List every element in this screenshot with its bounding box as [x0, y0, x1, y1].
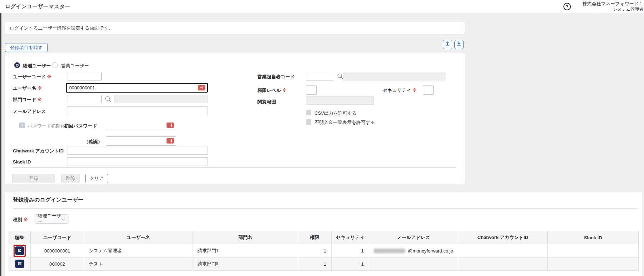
required-mark: ※ [413, 88, 417, 93]
redacted-email-local-part [374, 249, 405, 253]
required-mark: ※ [38, 97, 42, 102]
unknown-deposit-label: 不明入金一覧表示を許可する [315, 119, 375, 126]
col-dept-name: 部門名 [193, 231, 298, 244]
screen-description: ログインするユーザー情報を設定する画面です。 [5, 22, 465, 34]
required-mark: ※ [38, 86, 42, 91]
sales-rep-code-input[interactable] [306, 72, 334, 80]
radio-sales-user[interactable] [52, 62, 58, 68]
edit-button-wrap [15, 259, 25, 269]
sales-rep-code-label: 営業担当者コード [257, 74, 295, 80]
hide-fields-button[interactable]: 登録項目を隠す [5, 43, 48, 52]
clear-button[interactable]: クリア [85, 174, 108, 183]
table-header-row: 編集 ユーザコード ユーザー名 部門名 権限 セキュリティ メールアドレス Ch… [9, 231, 639, 244]
required-mark: ※ [24, 217, 28, 222]
slack-label: Slack ID [13, 159, 31, 165]
title-bar: ログインユーザーマスター ? 株式会社マネーフォワード１ システム管理者 [0, 0, 644, 13]
cell-email: @moneyforward.co.jp [369, 244, 458, 257]
password-init-checkbox[interactable] [19, 123, 25, 128]
register-button[interactable]: 登録 [12, 174, 55, 183]
col-slack: Slack ID [548, 231, 639, 244]
chatwork-label: Chatwork アカウントID [13, 148, 63, 154]
sales-rep-name-readonly-field [343, 72, 446, 80]
initial-password-label: 初回パスワード [64, 123, 97, 129]
security-input[interactable] [423, 85, 434, 95]
company-name: 株式会社マネーフォワード１ [582, 1, 643, 7]
slack-input[interactable] [67, 157, 208, 166]
cell-dept-name: 請求部門Ⅱ [193, 257, 298, 271]
dept-code-input[interactable] [67, 95, 102, 103]
col-security: セキュリティ [332, 231, 369, 244]
type-select[interactable]: 経理ユーザー [35, 214, 68, 224]
col-edit: 編集 [9, 231, 31, 244]
delete-button[interactable]: 削除 [61, 174, 80, 183]
user-role: システム管理者 [582, 7, 643, 12]
col-permission: 権限 [298, 231, 332, 244]
upload-icon [445, 41, 450, 48]
confirm-password-label: （確認） [84, 139, 102, 145]
type-label: 種別※ [13, 217, 28, 223]
col-email: メールアドレス [369, 231, 458, 244]
collapsed-sidebar-strip [0, 13, 1, 276]
dept-code-label: 部門コード※ [13, 97, 42, 103]
page-body: ログインするユーザー情報を設定する画面です。 登録項目を隠す 経理ユーザー 営業… [0, 13, 644, 276]
cell-user-code: 000002 [31, 257, 84, 271]
csv-output-checkbox[interactable] [306, 110, 311, 115]
ime-indicator-icon [167, 138, 174, 144]
cell-email [369, 257, 458, 271]
permission-level-input[interactable] [306, 85, 317, 95]
unknown-deposit-checkbox[interactable] [306, 119, 311, 125]
cell-user-name: テスト [84, 257, 193, 271]
cell-slack [548, 244, 639, 257]
permission-level-label: 権限レベル※ [257, 87, 287, 94]
cell-security: 1 [332, 244, 369, 257]
download-button[interactable] [454, 40, 464, 49]
confirm-password-input[interactable] [106, 136, 176, 146]
radio-accounting-user-label: 経理ユーザー [23, 63, 51, 69]
ime-indicator-icon [167, 123, 174, 128]
email-input[interactable] [67, 106, 208, 115]
registered-users-table: 編集 ユーザコード ユーザー名 部門名 権限 セキュリティ メールアドレス Ch… [9, 231, 639, 271]
edit-row-button[interactable] [15, 246, 24, 255]
page-title: ログインユーザーマスター [5, 3, 70, 10]
user-name-label: ユーザー名※ [13, 85, 42, 92]
dept-name-readonly-field [114, 95, 208, 103]
col-user-name: ユーザー名 [84, 231, 193, 244]
chevron-down-icon [61, 217, 65, 222]
edit-button-highlight [14, 245, 26, 257]
user-code-input[interactable] [67, 72, 102, 80]
cell-slack [548, 257, 639, 271]
user-form-card: 経理ユーザー 営業ユーザー ユーザーコード※ ユーザー名※ 部門コード※ メール… [5, 53, 465, 184]
user-name-input[interactable] [66, 83, 208, 93]
cell-user-name: システム管理者 [84, 244, 193, 257]
section-divider [13, 208, 638, 209]
edit-icon [17, 261, 22, 267]
email-label: メールアドレス [13, 108, 46, 115]
chatwork-input[interactable] [67, 146, 208, 155]
user-code-label: ユーザーコード※ [13, 74, 51, 80]
initial-password-input[interactable] [106, 121, 176, 130]
account-info[interactable]: 株式会社マネーフォワード１ システム管理者 [582, 1, 643, 12]
registered-users-heading: 登録済みのログインユーザー [13, 197, 83, 203]
ime-indicator-icon [198, 85, 205, 90]
registered-users-card: 登録済みのログインユーザー 種別※ 経理ユーザー 編集 ユーザコード ユーザー名… [5, 192, 642, 276]
cell-dept-name: 請求部門1 [193, 244, 298, 257]
help-icon[interactable]: ? [563, 3, 571, 10]
cell-security: 1 [332, 257, 369, 271]
table-row: 000002 テスト 請求部門Ⅱ 1 1 [9, 257, 639, 271]
upload-button[interactable] [443, 40, 452, 49]
radio-accounting-user[interactable] [14, 62, 20, 68]
table-row: 0000000001 システム管理者 請求部門1 1 1 @moneyforwa… [9, 244, 639, 257]
cell-chatwork [458, 257, 548, 271]
security-label: セキュリティ※ [383, 87, 417, 94]
dept-search-icon[interactable] [105, 96, 111, 102]
csv-output-label: CSV出力を許可する [315, 110, 357, 116]
download-icon [456, 41, 461, 48]
edit-icon [17, 248, 22, 254]
password-init-label: パスワード初期化 [27, 123, 65, 129]
email-domain: @moneyforward.co.jp [408, 248, 453, 254]
required-mark: ※ [47, 74, 51, 79]
required-mark: ※ [282, 88, 287, 93]
edit-row-button[interactable] [15, 260, 24, 268]
cell-chatwork [458, 244, 548, 257]
cell-permission: 1 [298, 257, 332, 271]
